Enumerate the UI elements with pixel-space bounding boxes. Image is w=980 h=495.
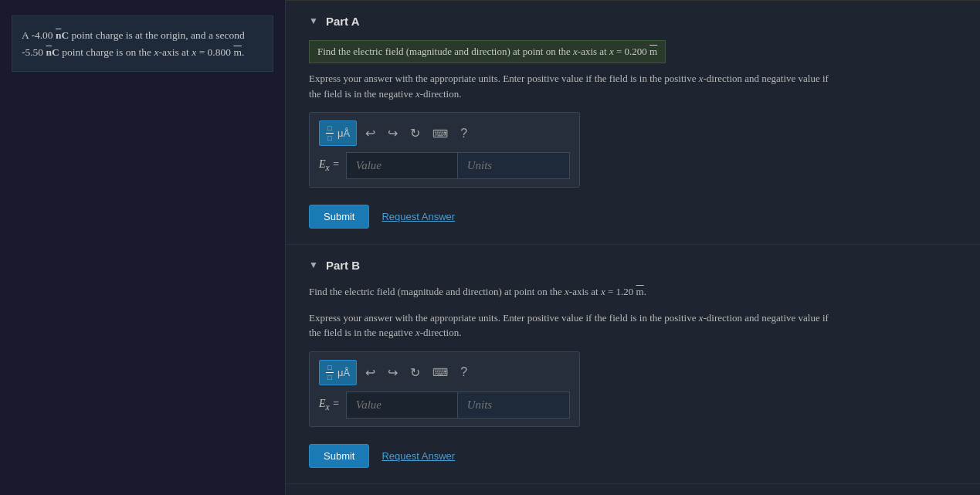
part-a-units-input[interactable]	[458, 152, 570, 179]
part-b-input-row: Ex =	[319, 392, 570, 419]
problem-statement: A -4.00 nC point charge is at the origin…	[12, 15, 273, 72]
part-b-toolbar-area: □ □ μÅ ↩ ↪ ↻ ⌨ ? Ex =	[309, 351, 580, 427]
part-b-units-input[interactable]	[458, 392, 570, 419]
sidebar: A -4.00 nC point charge is at the origin…	[0, 0, 286, 495]
part-a-refresh-button[interactable]: ↻	[406, 124, 424, 143]
part-b-mu-label: μÅ	[337, 367, 350, 378]
part-a-value-input[interactable]	[346, 152, 458, 179]
charge1-label: A -4.00 nC point charge is at the origin…	[22, 29, 245, 41]
part-a-toolbar-area: □ □ μÅ ↩ ↪ ↻ ⌨ ? Ex =	[309, 112, 580, 188]
part-a-request-link[interactable]: Request Answer	[381, 211, 455, 222]
part-b-eq-label: Ex =	[319, 398, 340, 412]
part-b-fraction-button[interactable]: □ □ μÅ	[319, 360, 357, 385]
part-b-action-row: Submit Request Answer	[309, 444, 957, 468]
part-a-keyboard-button[interactable]: ⌨	[429, 125, 452, 142]
part-a-input-row: Ex =	[319, 152, 570, 179]
part-a-collapse-arrow[interactable]: ▼	[309, 15, 318, 27]
part-a-question-highlight: Find the electric field (magnitude and d…	[309, 40, 666, 63]
part-a-redo-button[interactable]: ↪	[384, 124, 402, 143]
part-b-instruction: Express your answer with the appropriate…	[309, 310, 957, 341]
part-a-action-row: Submit Request Answer	[309, 205, 957, 229]
part-a-mu-label: μÅ	[337, 127, 350, 139]
main-content: ▼ Part A Find the electric field (magnit…	[286, 0, 980, 495]
part-b-question-text: Find the electric field (magnitude and d…	[309, 284, 957, 300]
part-a-eq-label: Ex =	[319, 158, 340, 173]
part-b-header: ▼ Part B	[309, 259, 957, 272]
part-b-keyboard-button[interactable]: ⌨	[429, 364, 452, 381]
part-b-redo-button[interactable]: ↪	[384, 363, 402, 382]
part-a-toolbar-row: □ □ μÅ ↩ ↪ ↻ ⌨ ?	[319, 120, 570, 146]
part-b-value-input[interactable]	[346, 392, 458, 419]
part-a-submit-button[interactable]: Submit	[309, 205, 369, 229]
part-b-undo-button[interactable]: ↩	[361, 363, 379, 382]
part-a-fraction-button[interactable]: □ □ μÅ	[319, 120, 357, 146]
part-a-title: Part A	[326, 15, 360, 28]
part-b-request-link[interactable]: Request Answer	[381, 450, 455, 462]
charge2-label: -5.50 nC point charge is on the x-axis a…	[22, 46, 244, 58]
part-a-undo-button[interactable]: ↩	[361, 124, 379, 143]
part-b-refresh-button[interactable]: ↻	[406, 363, 424, 382]
part-a-header: ▼ Part A	[309, 15, 957, 28]
part-b-section: ▼ Part B Find the electric field (magnit…	[286, 245, 980, 484]
part-a-section: ▼ Part A Find the electric field (magnit…	[286, 0, 980, 245]
part-b-help-button[interactable]: ?	[456, 363, 471, 381]
part-b-submit-button[interactable]: Submit	[309, 444, 369, 468]
part-a-help-button[interactable]: ?	[456, 124, 471, 143]
part-b-collapse-arrow[interactable]: ▼	[309, 259, 318, 271]
part-b-toolbar-row: □ □ μÅ ↩ ↪ ↻ ⌨ ?	[319, 360, 570, 385]
part-b-title: Part B	[326, 259, 360, 272]
part-a-instruction: Express your answer with the appropriate…	[309, 71, 957, 101]
